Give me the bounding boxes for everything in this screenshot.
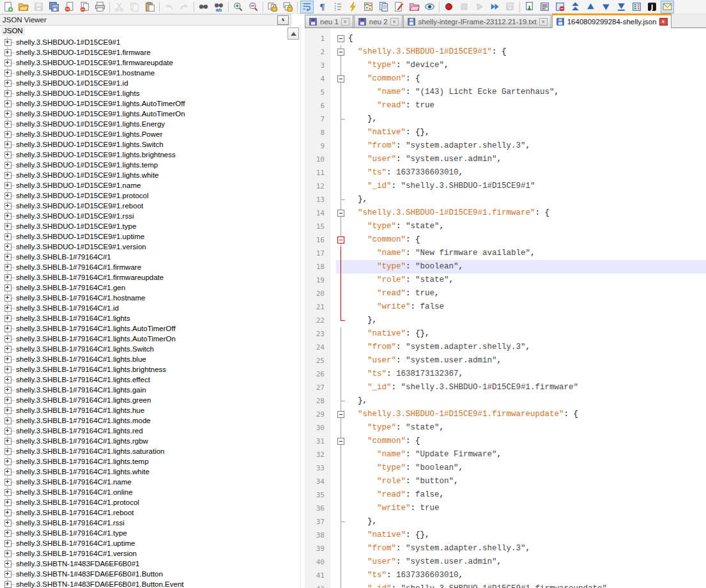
- code-text[interactable]: "type": "boolean",: [346, 260, 463, 274]
- tab-close-button[interactable]: x: [390, 18, 399, 26]
- compare-nav-button[interactable]: [630, 1, 643, 13]
- paste-button[interactable]: [143, 1, 157, 13]
- tree-item[interactable]: shelly.3.SHBLB-1#79164C#1.hostname: [0, 293, 145, 303]
- code-line[interactable]: 24 "from": "system.adapter.shelly.3",: [305, 341, 706, 354]
- tree-item[interactable]: shelly.3.SHBLB-1#79164C#1.lights.AutoTim…: [0, 323, 176, 334]
- expand-plus-icon[interactable]: [4, 325, 12, 332]
- expand-plus-icon[interactable]: [4, 397, 12, 404]
- code-text[interactable]: "ts": 1637336603010,: [346, 166, 463, 180]
- last-diff-button[interactable]: [615, 1, 628, 13]
- code-line[interactable]: 5 "name": "(143) Licht Ecke Gartenhaus",: [305, 86, 706, 99]
- expand-plus-icon[interactable]: [4, 244, 12, 251]
- code-line[interactable]: 16 "common": {: [305, 233, 706, 247]
- tree-item[interactable]: shelly.3.SHBDUO-1#D15CE9#1.hostname: [0, 68, 155, 78]
- expand-plus-icon[interactable]: [4, 417, 12, 424]
- bookmark-margin[interactable]: [330, 45, 336, 59]
- code-line[interactable]: 4 "common": {: [305, 72, 706, 86]
- expand-plus-icon[interactable]: [4, 141, 12, 148]
- tree-item[interactable]: shelly.3.SHBLB-1#79164C#1.rssi: [0, 518, 125, 528]
- bookmark-margin[interactable]: [330, 32, 336, 45]
- expand-plus-icon[interactable]: [4, 479, 12, 486]
- fold-marker[interactable]: [336, 72, 346, 86]
- fold-marker[interactable]: [336, 435, 346, 448]
- tree-item[interactable]: shelly.3.SHBDUO-1#D15CE9#1.lights.AutoTi…: [0, 109, 185, 119]
- expand-plus-icon[interactable]: [4, 131, 12, 138]
- code-text[interactable]: "native": {},: [346, 126, 430, 139]
- code-line[interactable]: 31 "common": {: [305, 435, 706, 448]
- bookmark-margin[interactable]: [330, 287, 336, 300]
- find-button[interactable]: [197, 1, 210, 13]
- bookmark-margin[interactable]: [330, 461, 336, 475]
- bookmark-margin[interactable]: [330, 206, 336, 220]
- expand-plus-icon[interactable]: [4, 233, 12, 240]
- code-text[interactable]: "shelly.3.SHBDUO-1#D15CE9#1": {: [346, 45, 507, 59]
- sync-horizontal-button[interactable]: [281, 1, 295, 13]
- bookmark-margin[interactable]: [330, 394, 336, 408]
- bookmark-margin[interactable]: [330, 368, 336, 381]
- bookmark-margin[interactable]: [330, 180, 336, 193]
- tree-item[interactable]: shelly.3.SHBLB-1#79164C#1.lights.effect: [0, 375, 150, 385]
- code-text[interactable]: },: [346, 112, 377, 126]
- bookmark-margin[interactable]: [330, 582, 336, 588]
- code-line[interactable]: 17 "name": "New firmware available",: [305, 247, 706, 260]
- code-text[interactable]: "shelly.3.SHBDUO-1#D15CE9#1.firmwareupda…: [346, 408, 578, 421]
- expand-plus-icon[interactable]: [4, 499, 12, 506]
- mime-tools-button[interactable]: [661, 1, 674, 13]
- sync-vertical-button[interactable]: [266, 1, 279, 13]
- code-text[interactable]: },: [346, 394, 367, 408]
- code-line[interactable]: 6 "read": true: [305, 99, 706, 112]
- first-diff-button[interactable]: [569, 1, 582, 13]
- open-file-button[interactable]: [17, 1, 30, 13]
- expand-plus-icon[interactable]: [4, 70, 12, 77]
- code-line[interactable]: 20 "read": true,: [305, 287, 706, 300]
- code-text[interactable]: "ts": 1638173132367,: [346, 368, 463, 381]
- bookmark-margin[interactable]: [330, 327, 336, 341]
- bookmark-margin[interactable]: [330, 274, 336, 287]
- code-line[interactable]: 1{: [305, 32, 706, 45]
- expand-plus-icon[interactable]: [4, 458, 12, 465]
- code-text[interactable]: "name": "Update Firmware",: [346, 448, 502, 461]
- tree-item[interactable]: shelly.3.SHBDUO-1#D15CE9#1.id: [0, 78, 128, 88]
- expand-plus-icon[interactable]: [4, 428, 12, 435]
- tab-close-button[interactable]: x: [539, 18, 548, 26]
- expand-plus-icon[interactable]: [4, 550, 12, 557]
- bookmark-margin[interactable]: [330, 300, 336, 314]
- code-text[interactable]: "type": "state",: [346, 421, 444, 435]
- tree-item[interactable]: shelly.3.SHBLB-1#79164C#1.type: [0, 528, 127, 538]
- expand-plus-icon[interactable]: [4, 80, 12, 87]
- bookmark-margin[interactable]: [330, 408, 336, 421]
- code-text[interactable]: "read": true: [346, 99, 434, 112]
- tree-item[interactable]: shelly.3.SHBLB-1#79164C#1.firmwareupdate: [0, 272, 164, 282]
- bookmark-margin[interactable]: [330, 421, 336, 435]
- bookmark-margin[interactable]: [330, 488, 336, 502]
- expand-plus-icon[interactable]: [4, 39, 12, 46]
- code-editor[interactable]: 1{2 "shelly.3.SHBDUO-1#D15CE9#1": {3 "ty…: [305, 28, 706, 588]
- tree-item[interactable]: shelly.3.SHBDUO-1#D15CE9#1.lights.white: [0, 170, 159, 180]
- tree-item[interactable]: shelly.3.SHBTN-1#483FDA6EF6B0#1.Button: [0, 569, 163, 579]
- tab-close-button[interactable]: x: [341, 18, 349, 26]
- panel-close-button[interactable]: x: [277, 15, 289, 25]
- tree-item[interactable]: shelly.3.SHBLB-1#79164C#1.lights.blue: [0, 354, 146, 364]
- new-file-button[interactable]: [1, 1, 15, 13]
- fold-marker[interactable]: [336, 408, 346, 421]
- tree-item[interactable]: shelly.3.SHBDUO-1#D15CE9#1: [0, 37, 120, 47]
- expand-plus-icon[interactable]: [4, 49, 12, 56]
- bookmark-margin[interactable]: [330, 354, 336, 368]
- code-line[interactable]: 9 "from": "system.adapter.shelly.3",: [305, 139, 706, 153]
- tree-item[interactable]: shelly.3.SHBLB-1#79164C#1.id: [0, 303, 119, 313]
- expand-plus-icon[interactable]: [4, 376, 12, 383]
- code-text[interactable]: "common": {: [346, 72, 420, 86]
- expand-plus-icon[interactable]: [4, 387, 12, 394]
- tree-root-node[interactable]: JSON: [1, 26, 25, 36]
- tree-item[interactable]: shelly.3.SHBDUO-1#D15CE9#1.uptime: [0, 231, 144, 242]
- code-text[interactable]: "read": false,: [346, 488, 444, 502]
- tree-item[interactable]: shelly.3.SHBDUO-1#D15CE9#1.name: [0, 180, 141, 190]
- expand-plus-icon[interactable]: [4, 407, 12, 414]
- expand-plus-icon[interactable]: [4, 213, 12, 220]
- code-line[interactable]: 27 "_id": "shelly.3.SHBDUO-1#D15CE9#1.fi…: [305, 381, 706, 394]
- code-text[interactable]: "write": false: [346, 300, 444, 314]
- code-line[interactable]: 13 },: [305, 193, 706, 206]
- bookmark-margin[interactable]: [330, 569, 336, 582]
- show-indent-guide-button[interactable]: [331, 1, 344, 13]
- tab-neu-1[interactable]: neu 1x: [305, 15, 353, 27]
